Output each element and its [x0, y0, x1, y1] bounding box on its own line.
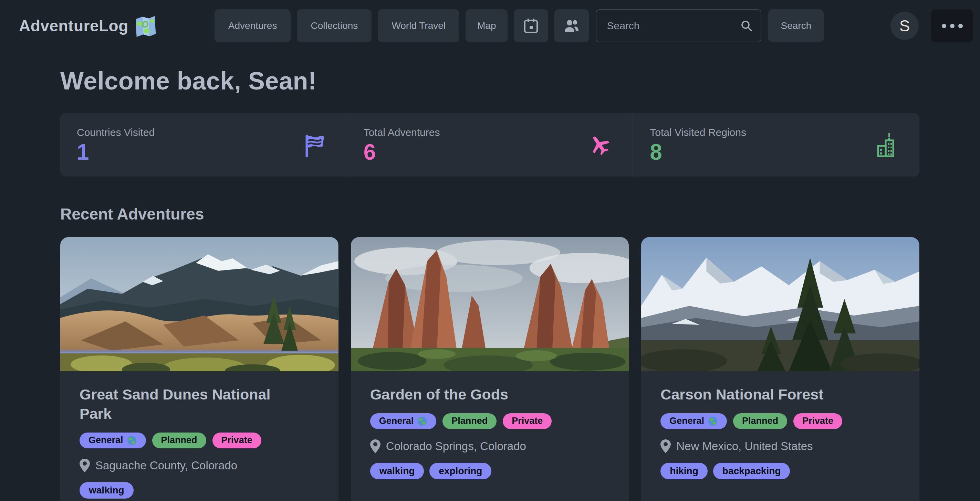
- badge-private: Private: [212, 433, 261, 449]
- search-button[interactable]: Search: [768, 9, 824, 42]
- badge-planned: Planned: [733, 413, 787, 429]
- welcome-heading: Welcome back, Sean!: [60, 67, 920, 95]
- stat-total-visited-regions: Total Visited Regions 8: [633, 113, 920, 176]
- search-field-wrap: [596, 9, 761, 42]
- brand[interactable]: AdventureLog: [19, 14, 157, 37]
- tag-pill: hiking: [660, 463, 707, 479]
- stats-panel: Countries Visited 1 Total Adventures 6: [60, 113, 920, 176]
- adventure-card-garden-of-the-gods[interactable]: Garden of the Gods General Planned Priva…: [351, 237, 629, 501]
- card-title: Great Sand Dunes National Park: [80, 385, 303, 423]
- more-menu-button[interactable]: [931, 9, 973, 42]
- location-pin-icon: [660, 439, 671, 453]
- recent-adventures-heading: Recent Adventures: [60, 205, 920, 223]
- badge-private: Private: [503, 413, 552, 429]
- tag-pill: backpacking: [713, 463, 790, 479]
- location-text: Colorado Springs, Colorado: [386, 440, 526, 453]
- plane-icon: [587, 133, 612, 157]
- stat-label: Total Visited Regions: [650, 127, 746, 138]
- stat-value: 1: [77, 141, 154, 163]
- badge-general: General: [370, 413, 437, 429]
- card-photo-sand-dunes: [60, 237, 339, 371]
- nav-adventures-button[interactable]: Adventures: [215, 9, 291, 42]
- nav-world-travel-button[interactable]: World Travel: [378, 9, 459, 42]
- card-title: Garden of the Gods: [370, 385, 610, 404]
- tag-pill: exploring: [430, 463, 492, 479]
- adventure-card-carson-national-forest[interactable]: Carson National Forest General Planned P…: [641, 237, 920, 501]
- badge-general: General: [660, 413, 727, 429]
- avatar-letter: S: [899, 16, 910, 35]
- main-content: Welcome back, Sean! Countries Visited 1 …: [0, 67, 980, 501]
- ellipsis-icon: [942, 24, 946, 28]
- location-text: Saguache County, Colorado: [95, 459, 237, 472]
- location-text: New Mexico, United States: [676, 440, 813, 453]
- card-photo-red-rocks: [351, 237, 629, 371]
- search-input[interactable]: [596, 9, 761, 42]
- tag-pill: walking: [80, 482, 134, 499]
- stat-label: Countries Visited: [77, 127, 154, 138]
- globe-icon: [417, 416, 427, 426]
- stat-label: Total Adventures: [364, 127, 440, 138]
- nav-collections-button[interactable]: Collections: [297, 9, 372, 42]
- stat-total-adventures: Total Adventures 6: [347, 113, 633, 176]
- users-icon: [564, 19, 579, 33]
- badge-general: General: [80, 433, 146, 449]
- search-icon: [741, 20, 752, 32]
- globe-icon: [127, 435, 137, 446]
- adventure-cards: Great Sand Dunes National Park General P…: [60, 237, 920, 501]
- navbar: AdventureLog Adventures Collections Worl…: [0, 0, 980, 52]
- stat-value: 6: [364, 141, 440, 163]
- nav-links: Adventures Collections World Travel Map: [215, 9, 589, 42]
- nav-map-button[interactable]: Map: [466, 9, 508, 42]
- adventure-card-great-sand-dunes[interactable]: Great Sand Dunes National Park General P…: [60, 237, 339, 501]
- flag-icon: [304, 133, 325, 157]
- brand-name: AdventureLog: [19, 16, 129, 35]
- badge-private: Private: [793, 413, 842, 429]
- card-title: Carson National Forest: [660, 385, 900, 404]
- map-logo-icon: [133, 14, 157, 38]
- card-photo-snowy-mountains: [641, 237, 920, 371]
- avatar[interactable]: S: [891, 12, 919, 40]
- tag-pill: walking: [370, 463, 424, 479]
- location-pin-icon: [370, 439, 380, 453]
- location-pin-icon: [80, 459, 90, 472]
- nav-right: S: [891, 9, 973, 42]
- users-button[interactable]: [554, 9, 589, 42]
- stat-value: 8: [650, 141, 746, 163]
- stat-countries-visited: Countries Visited 1: [60, 113, 347, 176]
- city-icon: [875, 132, 898, 158]
- calendar-icon: [524, 18, 538, 33]
- globe-icon: [708, 416, 718, 426]
- badge-planned: Planned: [152, 433, 206, 449]
- badge-planned: Planned: [442, 413, 496, 429]
- calendar-button[interactable]: [514, 9, 548, 42]
